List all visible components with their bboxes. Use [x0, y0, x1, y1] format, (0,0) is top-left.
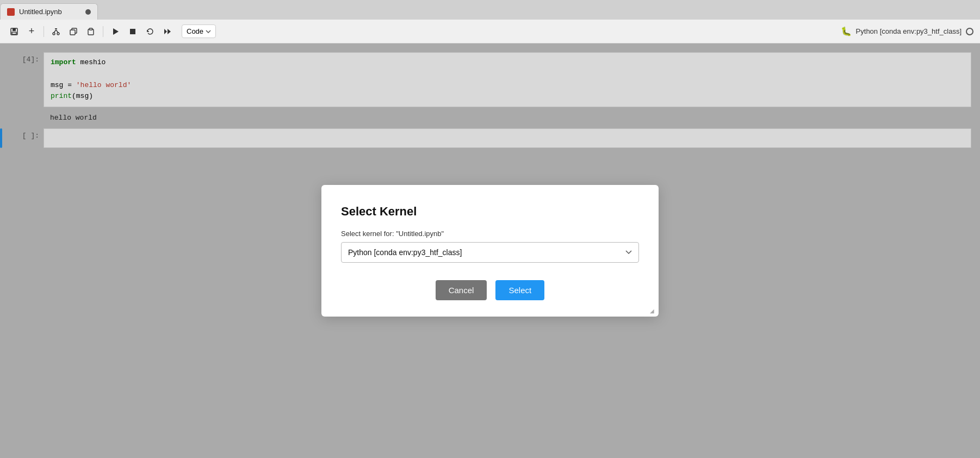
kernel-select[interactable]: Python [conda env:py3_htf_class]: [341, 242, 639, 263]
notebook-tab[interactable]: Untitled.ipynb: [0, 3, 98, 20]
tab-bar: Untitled.ipynb: [0, 0, 980, 20]
toolbar: +: [0, 20, 980, 44]
cut-button[interactable]: [48, 24, 64, 39]
svg-rect-1: [13, 28, 16, 31]
fast-forward-button[interactable]: [160, 24, 175, 39]
select-button[interactable]: Select: [495, 280, 544, 300]
separator-2: [103, 26, 103, 37]
svg-rect-11: [89, 28, 92, 30]
kernel-info: 🐛 Python [conda env:py3_htf_class]: [841, 26, 973, 36]
copy-button[interactable]: [66, 24, 81, 39]
select-kernel-dialog: Select Kernel Select kernel for: "Untitl…: [321, 185, 659, 317]
cell-type-dropdown[interactable]: Code: [182, 24, 216, 38]
bug-icon: 🐛: [841, 26, 852, 36]
tab-close-button[interactable]: [85, 9, 91, 15]
resize-handle[interactable]: ◢: [650, 308, 656, 314]
save-button[interactable]: [7, 24, 22, 39]
separator-1: [44, 26, 44, 37]
kernel-name-display: Python [conda env:py3_htf_class]: [856, 27, 962, 35]
dialog-buttons: Cancel Select: [341, 280, 639, 300]
kernel-status-indicator: [966, 28, 973, 35]
svg-rect-2: [12, 32, 16, 34]
plus-icon: +: [29, 26, 35, 37]
cell-type-label: Code: [187, 27, 203, 35]
svg-line-6: [56, 30, 58, 33]
notebook-icon: [7, 8, 15, 16]
svg-rect-13: [130, 29, 135, 34]
modal-overlay: Select Kernel Select kernel for: "Untitl…: [0, 44, 980, 458]
tab-label: Untitled.ipynb: [19, 8, 81, 16]
svg-point-3: [53, 33, 55, 35]
add-cell-button[interactable]: +: [24, 24, 39, 39]
svg-point-4: [57, 33, 59, 35]
svg-marker-15: [168, 29, 171, 34]
notebook-area: [4]: import meshio msg = 'hello world' p…: [0, 44, 980, 458]
svg-marker-14: [164, 29, 167, 34]
svg-line-5: [54, 30, 56, 33]
stop-button[interactable]: [125, 24, 140, 39]
svg-rect-9: [70, 30, 75, 35]
restart-button[interactable]: [142, 24, 158, 39]
cancel-button[interactable]: Cancel: [436, 280, 487, 300]
dialog-title: Select Kernel: [341, 205, 639, 219]
svg-marker-12: [113, 28, 119, 35]
dialog-kernel-label: Select kernel for: "Untitled.ipynb": [341, 230, 639, 238]
run-button[interactable]: [108, 24, 123, 39]
paste-button[interactable]: [83, 24, 98, 39]
